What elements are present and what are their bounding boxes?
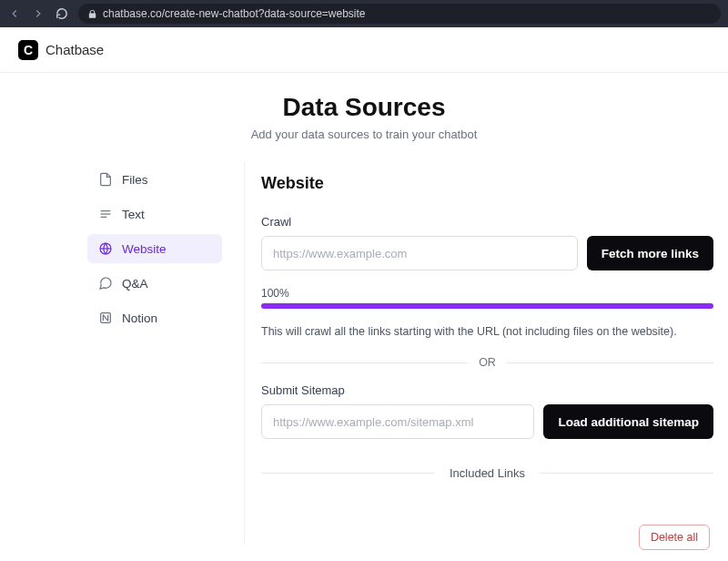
sidebar-item-label: Files: [122, 173, 148, 187]
panel-title: Website: [261, 174, 713, 193]
text-icon: [98, 207, 113, 221]
page-subtitle: Add your data sources to train your chat…: [0, 128, 728, 141]
browser-chrome: chatbase.co/create-new-chatbot?data-sour…: [0, 0, 728, 27]
url-text: chatbase.co/create-new-chatbot?data-sour…: [103, 7, 366, 20]
sidebar-item-website[interactable]: Website: [87, 234, 222, 263]
sidebar-item-label: Notion: [122, 311, 157, 325]
page-title: Data Sources: [0, 93, 728, 122]
included-links-label: Included Links: [435, 466, 540, 480]
sidebar-item-label: Text: [122, 208, 145, 221]
crawl-help-text: This will crawl all the links starting w…: [261, 325, 713, 338]
sidebar-item-label: Q&A: [122, 277, 148, 291]
crawl-progress: 100%: [261, 287, 713, 309]
sitemap-label: Submit Sitemap: [261, 383, 713, 397]
divider-line: [261, 473, 435, 474]
url-bar[interactable]: chatbase.co/create-new-chatbot?data-sour…: [78, 4, 721, 24]
divider-or: OR: [261, 356, 713, 369]
website-panel: Website Crawl Fetch more links 100% This…: [244, 161, 713, 544]
load-sitemap-button[interactable]: Load additional sitemap: [543, 404, 713, 439]
brand-name[interactable]: Chatbase: [46, 42, 104, 57]
sidebar-item-files[interactable]: Files: [87, 165, 222, 194]
sidebar-item-qa[interactable]: Q&A: [87, 269, 222, 298]
fetch-links-button[interactable]: Fetch more links: [587, 236, 713, 270]
lock-icon: [87, 9, 97, 19]
notion-icon: [98, 311, 113, 325]
app-header: C Chatbase: [0, 27, 728, 73]
progress-fill: [261, 303, 713, 309]
sidebar-item-notion[interactable]: Notion: [87, 303, 222, 332]
delete-all-button[interactable]: Delete all: [639, 525, 710, 550]
page-hero: Data Sources Add your data sources to tr…: [0, 73, 728, 154]
back-arrow-icon[interactable]: [7, 7, 22, 20]
sidebar-item-text[interactable]: Text: [87, 199, 222, 229]
sidebar: Files Text Website Q&A: [87, 161, 222, 544]
progress-bar: [261, 303, 713, 309]
refresh-icon[interactable]: [55, 7, 69, 20]
file-icon: [98, 172, 113, 187]
chat-icon: [98, 276, 113, 291]
sitemap-url-input[interactable]: [261, 404, 534, 439]
progress-label: 100%: [261, 287, 713, 300]
divider-line: [507, 362, 713, 363]
divider-line: [261, 362, 468, 363]
sidebar-item-label: Website: [122, 242, 167, 256]
included-links-divider: Included Links: [261, 466, 713, 480]
divider-line: [540, 473, 713, 474]
forward-arrow-icon[interactable]: [31, 7, 46, 20]
globe-icon: [98, 241, 113, 256]
crawl-label: Crawl: [261, 215, 713, 229]
brand-logo[interactable]: C: [18, 40, 38, 60]
crawl-url-input[interactable]: [261, 236, 578, 270]
divider-text: OR: [468, 356, 507, 369]
